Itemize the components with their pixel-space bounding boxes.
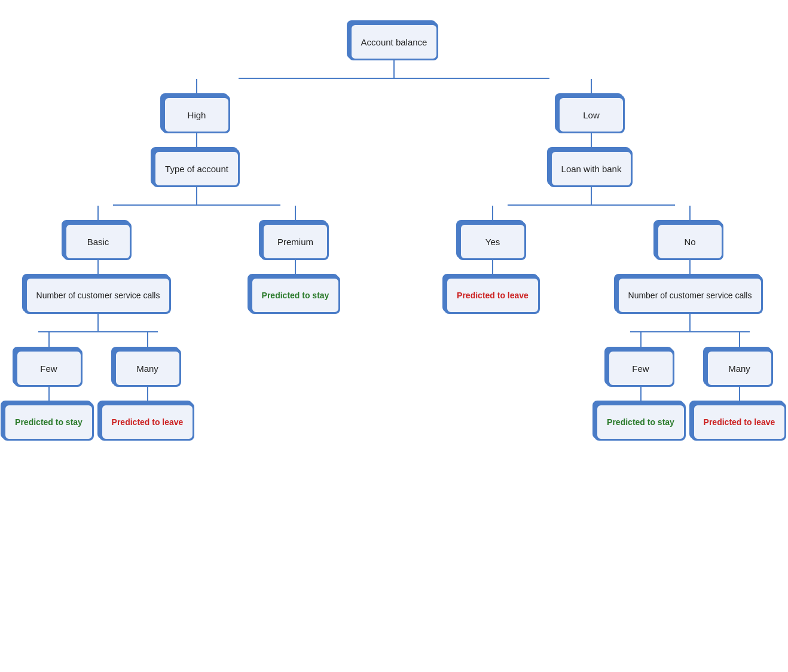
type-account-card: Type of account (154, 151, 239, 187)
few-many-no-hline (630, 331, 750, 332)
high-label: High (164, 97, 230, 133)
num-calls-no-card: Number of customer service calls (618, 277, 763, 313)
loan-bank-vline (591, 187, 592, 204)
predicted-leave-many-basic-card: Predicted to leave (101, 404, 194, 440)
level1-hline (239, 78, 549, 79)
root-vline (393, 60, 395, 78)
type-account-vline (196, 187, 197, 204)
low-card: Low (558, 97, 624, 133)
no-label: No (657, 224, 723, 259)
root-card: Account balance (350, 24, 438, 60)
basic-label: Basic (65, 224, 131, 259)
predicted-stay-few-basic-card: Predicted to stay (4, 404, 93, 440)
level3-right-hline (508, 204, 675, 206)
yes-card: Yes (460, 224, 526, 259)
predicted-leave-many-no-label: Predicted to leave (693, 404, 786, 440)
few-no-label: Few (608, 350, 674, 386)
predicted-stay-premium-card: Predicted to stay (251, 277, 340, 313)
low-label: Low (558, 97, 624, 133)
premium-card: Premium (262, 224, 328, 259)
loan-bank-label: Loan with bank (551, 151, 633, 187)
num-calls-basic-label: Number of customer service calls (26, 277, 171, 313)
num-calls-basic-card: Number of customer service calls (26, 277, 171, 313)
few-many-basic-hline (38, 331, 158, 332)
loan-bank-card: Loan with bank (551, 151, 633, 187)
many-basic-label: Many (115, 350, 181, 386)
premium-label: Premium (262, 224, 328, 259)
root-label: Account balance (350, 24, 438, 60)
predicted-leave-yes-label: Predicted to leave (446, 277, 539, 313)
predicted-stay-premium-label: Predicted to stay (251, 277, 340, 313)
predicted-stay-few-no-label: Predicted to stay (596, 404, 685, 440)
yes-label: Yes (460, 224, 526, 259)
predicted-leave-many-no-card: Predicted to leave (693, 404, 786, 440)
num-calls-no-label: Number of customer service calls (618, 277, 763, 313)
decision-tree: Account balance High Type of account (12, 12, 776, 452)
predicted-stay-few-basic-label: Predicted to stay (4, 404, 93, 440)
few-no-card: Few (608, 350, 674, 386)
predicted-leave-many-basic-label: Predicted to leave (101, 404, 194, 440)
predicted-leave-yes-card: Predicted to leave (446, 277, 539, 313)
num-calls-no-vline (689, 313, 691, 331)
predicted-stay-few-no-card: Predicted to stay (596, 404, 685, 440)
high-card: High (164, 97, 230, 133)
num-calls-basic-vline (97, 313, 99, 331)
few-basic-card: Few (16, 350, 82, 386)
many-no-card: Many (707, 350, 772, 386)
level3-left-hline (113, 204, 280, 206)
many-no-label: Many (707, 350, 772, 386)
few-basic-label: Few (16, 350, 82, 386)
no-card: No (657, 224, 723, 259)
basic-card: Basic (65, 224, 131, 259)
type-account-label: Type of account (154, 151, 239, 187)
many-basic-card: Many (115, 350, 181, 386)
root-node: Account balance (350, 24, 438, 78)
